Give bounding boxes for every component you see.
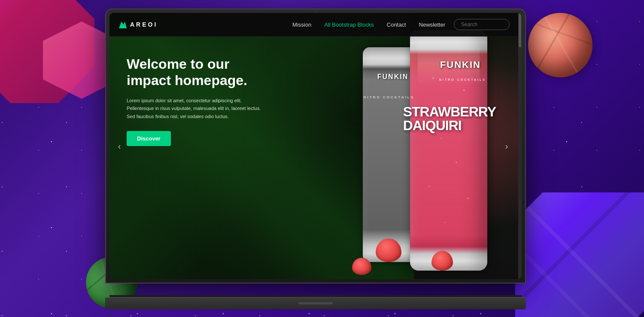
laptop-device: FUNKIN NITRO COCKTAILS NITRO COCKTAILS S… [105,9,526,309]
nav-search [454,19,510,30]
nav-link-contact[interactable]: Contact [387,21,406,28]
can-brand-large: FUNKIN [440,59,481,70]
scrollbar[interactable] [518,13,522,279]
nav-links: Mission All Bootstrap Blocks Contact New… [292,21,445,28]
website-content: FUNKIN NITRO COCKTAILS NITRO COCKTAILS S… [109,13,522,279]
laptop-screen-bezel: FUNKIN NITRO COCKTAILS NITRO COCKTAILS S… [109,13,522,279]
can-subtitle-large: NITRO COCKTAILS [439,78,486,81]
can-subtitle-medium: NITRO COCKTAILS [364,95,414,99]
hero-section: FUNKIN NITRO COCKTAILS NITRO COCKTAILS S… [109,13,522,279]
nav-link-bootstrap[interactable]: All Bootstrap Blocks [324,21,374,28]
scrollbar-thumb[interactable] [519,13,521,47]
navbar: AREOI Mission All Bootstrap Blocks Conta… [109,13,518,37]
hero-content: Welcome to our impact homepage. Lorem ip… [127,56,264,146]
discover-button[interactable]: Discover [127,131,171,146]
decorative-blue-shape-right [515,192,644,317]
nav-link-newsletter[interactable]: Newsletter [419,21,445,28]
search-input[interactable] [454,19,510,30]
carousel-next-button[interactable]: › [500,140,513,152]
laptop-screen-body: FUNKIN NITRO COCKTAILS NITRO COCKTAILS S… [105,9,526,283]
laptop-base [105,297,526,309]
strawberry-decoration-2 [352,258,371,275]
logo-icon [118,20,128,29]
hero-title: Welcome to our impact homepage. [127,56,264,89]
hero-body-text: Lorem ipsum dolor sit amet, consectetur … [127,97,264,121]
nav-logo: AREOI [118,20,158,29]
carousel-prev-button[interactable]: ‹ [113,140,126,152]
logo-text: AREOI [130,21,158,28]
can-flavor: STRAWBERRYDAIQUIRI [403,105,496,132]
nav-link-mission[interactable]: Mission [292,21,311,28]
decorative-coral-sphere [528,13,592,77]
svg-marker-0 [119,21,127,28]
strawberry-decoration-3 [431,251,453,271]
